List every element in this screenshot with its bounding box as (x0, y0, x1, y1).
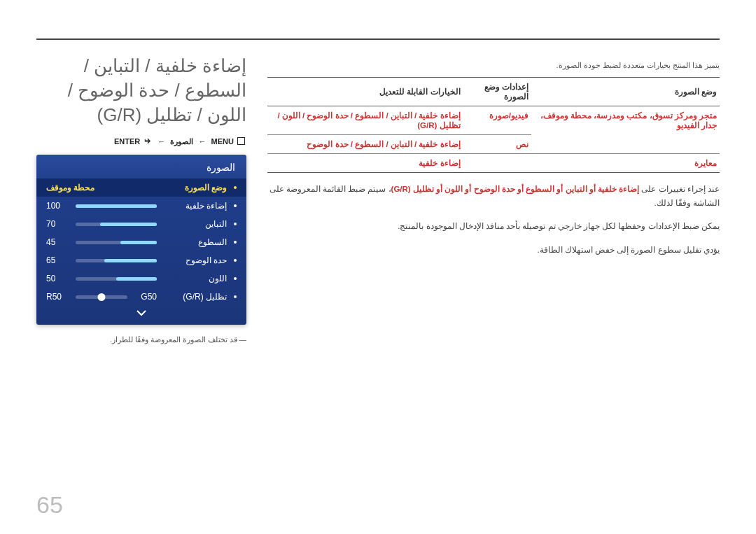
enter-icon (144, 137, 151, 145)
note-paragraph: يمكن ضبط الإعدادات وحفظها لكل جهاز خارجي… (267, 220, 720, 234)
bullet-icon (234, 186, 237, 189)
osd-value: 100 (46, 201, 70, 211)
osd-label: حدة الوضوح (162, 255, 227, 265)
osd-row-contrast[interactable]: التباين 70 (36, 215, 246, 233)
th-settings: إعدادات وضع الصورة (463, 78, 531, 106)
bullet-icon (234, 259, 237, 262)
osd-mode-label: وضع الصورة (162, 183, 227, 192)
menu-breadcrumb: MENU ← الصورة ← ENTER (36, 137, 246, 146)
table-row: متجر ومركز تسوق، مكتب ومدرسة، محطة وموقف… (267, 106, 720, 135)
osd-scroll-down[interactable] (36, 306, 246, 319)
slider-backlight[interactable] (76, 204, 157, 208)
osd-panel: الصورة وضع الصورة محطة وموقف إضاءة خلفية… (36, 155, 246, 325)
bullet-icon (234, 204, 237, 207)
th-adjustable: الخيارات القابلة للتعديل (267, 78, 463, 106)
note-paragraph: يؤدي تقليل سطوع الصورة إلى خفض استهلاك ا… (267, 244, 720, 258)
bullet-icon (234, 295, 237, 298)
osd-row-mode[interactable]: وضع الصورة محطة وموقف (36, 178, 246, 197)
bullet-icon (234, 241, 237, 244)
osd-tint-r: R50 (46, 292, 70, 302)
osd-label: اللون (162, 274, 227, 283)
chevron-down-icon (136, 309, 147, 317)
osd-tint-g: G50 (133, 292, 157, 302)
bullet-icon (234, 223, 237, 225)
osd-value: 65 (46, 255, 70, 265)
osd-mode-value: محطة وموقف (46, 183, 94, 192)
osd-title: الصورة (36, 155, 246, 178)
osd-value: 50 (46, 274, 70, 283)
osd-row-tint[interactable]: تظليل (G/R) G50 R50 (36, 288, 246, 306)
osd-footnote: قد تختلف الصورة المعروضة وفقًا للطراز. (36, 335, 246, 346)
slider-contrast[interactable] (76, 223, 157, 226)
options-table: وضع الصورة إعدادات وضع الصورة الخيارات ا… (267, 77, 720, 173)
osd-label: تظليل (G/R) (162, 292, 227, 302)
osd-row-brightness[interactable]: السطوع 45 (36, 233, 246, 251)
osd-row-color[interactable]: اللون 50 (36, 269, 246, 288)
intro-text: يتميز هذا المنتج بخيارات متعددة لضبط جود… (267, 61, 720, 70)
bullet-icon (234, 277, 237, 280)
page-heading: إضاءة خلفية / التباين / السطوع / حدة الو… (36, 54, 246, 127)
table-row: معايرة إضاءة خلفية (267, 154, 720, 173)
osd-row-sharpness[interactable]: حدة الوضوح 65 (36, 251, 246, 269)
slider-tint[interactable] (76, 295, 127, 299)
osd-label: التباين (162, 219, 227, 229)
th-mode: وضع الصورة (531, 78, 720, 106)
menu-icon (237, 137, 245, 145)
slider-brightness[interactable] (76, 241, 157, 244)
note-paragraph: عند إجراء تغييرات على إضاءة خلفية أو الت… (267, 183, 720, 210)
osd-value: 45 (46, 237, 70, 247)
slider-color[interactable] (76, 277, 157, 281)
osd-value: 70 (46, 219, 70, 229)
osd-row-backlight[interactable]: إضاءة خلفية 100 (36, 197, 246, 215)
osd-label: السطوع (162, 237, 227, 247)
osd-label: إضاءة خلفية (162, 201, 227, 211)
slider-sharpness[interactable] (76, 259, 157, 262)
page-number: 65 (36, 491, 63, 519)
